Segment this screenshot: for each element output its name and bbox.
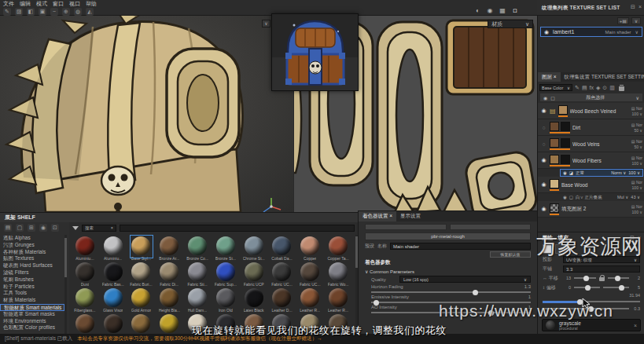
material-item[interactable]: Base Styl... — [127, 235, 156, 261]
material-item[interactable] — [71, 313, 99, 335]
clear-resource-icon[interactable]: × — [634, 323, 637, 328]
layer-effect-row[interactable]: ◉◪正常Norm ∨100 ∨ — [560, 169, 643, 177]
eye-icon[interactable]: ◉ — [563, 170, 567, 175]
shelf-category-12[interactable]: 环境 Environments — [0, 318, 64, 325]
material-item[interactable]: Fabric Sti... — [183, 261, 212, 287]
material-item[interactable]: Copper — [296, 235, 324, 261]
param-slider[interactable] — [371, 291, 531, 293]
translate-x-slider[interactable] — [574, 277, 596, 279]
viewport-3d[interactable] — [0, 16, 293, 212]
shader-name-field[interactable]: Main shader — [390, 243, 531, 250]
material-item[interactable]: Fabric UC... — [268, 261, 296, 287]
material-item[interactable]: Fabric Sup... — [212, 261, 240, 287]
layer-opacity[interactable]: 50 ∨ — [634, 145, 642, 149]
menu-item-0[interactable]: 文件 — [3, 0, 14, 7]
material-item[interactable]: Latex Black — [240, 287, 268, 313]
effect-opacity[interactable]: 100 ∨ — [628, 170, 640, 175]
shelf-category-10[interactable]: 智能材质 Smart materials — [0, 304, 64, 311]
tab-layers[interactable]: 图层 × — [538, 72, 561, 82]
material-item[interactable]: Gold Armor — [127, 287, 156, 313]
eraser-tool-icon[interactable]: ▨ — [15, 8, 23, 16]
offset-x-slider[interactable] — [574, 287, 600, 288]
reset-defaults-button[interactable]: 恢复默认值 — [490, 251, 531, 258]
menu-item-5[interactable]: 帮助 — [86, 0, 97, 7]
material-picker-icon[interactable]: ◍ — [74, 8, 82, 16]
material-item[interactable] — [155, 313, 183, 335]
layer-visibility-icon[interactable]: ◉ — [540, 206, 547, 212]
panel-close-icon[interactable]: × — [638, 4, 642, 10]
layer-opacity[interactable]: 50 ∨ — [634, 128, 642, 133]
tab-shader-settings[interactable]: 着色器设置 × — [359, 211, 396, 221]
layer-blend-mode[interactable]: ▤ Nor — [631, 204, 642, 209]
texture-set-add-button[interactable]: +▤ — [617, 17, 629, 24]
layer-visibility-icon[interactable]: ◉ — [540, 108, 547, 114]
eye-icon[interactable]: ◉ — [563, 195, 567, 199]
menu-item-2[interactable]: 模式 — [36, 0, 47, 7]
fill-layer-icon[interactable]: ▤ — [582, 84, 587, 91]
quality-dropdown[interactable]: Low (16 spp)∨ — [399, 276, 531, 283]
texture-set-menu-button[interactable]: ∨ — [631, 17, 641, 24]
anchor-icon[interactable]: ⊙ — [602, 84, 607, 91]
material-item[interactable]: Fabric UC... — [296, 261, 324, 287]
layer-blend-mode[interactable]: ▤ Nor — [631, 180, 642, 185]
material-item[interactable]: Fabric Di... — [155, 261, 183, 287]
effects-icon[interactable]: fx — [590, 84, 594, 91]
layer-row-填充图层-2[interactable]: ◉填充图层 2▤ Nor100 ∨ — [538, 201, 644, 218]
material-item[interactable]: Iron Old — [212, 287, 240, 313]
material-item[interactable]: Bronze St... — [212, 235, 240, 261]
shader-select-button[interactable]: pbr-metal-rough — [365, 232, 531, 240]
display-icon[interactable]: ▦ — [499, 7, 506, 15]
material-item[interactable]: Hull Dam... — [183, 287, 212, 313]
material-item[interactable]: Fiberglass... — [71, 287, 99, 313]
material-item[interactable]: Fabric UCP — [240, 261, 268, 287]
effect-blend-mode[interactable]: Mul ∨ — [617, 195, 628, 199]
eye-icon[interactable]: ◉ — [543, 95, 547, 101]
search-preset-dropdown[interactable]: 搜索 × — [82, 225, 116, 232]
material-item[interactable]: Chrome St... — [240, 235, 268, 261]
layer-blend-mode[interactable]: ▤ Nor — [631, 123, 642, 127]
lock-icon[interactable] — [599, 275, 605, 281]
folder-icon[interactable]: ▤ — [4, 224, 12, 232]
material-item[interactable]: Bronze Co... — [183, 235, 212, 261]
ref-panel-collapse-button[interactable]: ∨ — [262, 20, 270, 27]
layer-opacity[interactable]: 100 ∨ — [632, 185, 642, 190]
material-item[interactable]: Glass Visor — [99, 287, 127, 313]
tab-display-settings[interactable]: 显示设置 — [396, 211, 425, 221]
shelf-category-2[interactable]: 各种材质 Materials — [0, 249, 64, 256]
shader-slot-button-2[interactable] — [450, 224, 532, 230]
material-item[interactable] — [127, 313, 156, 335]
categories-scrollbar[interactable] — [64, 235, 67, 335]
material-item[interactable]: Aluminiu... — [71, 235, 99, 261]
shelf-category-11[interactable]: 智能遮罩 Smart masks — [0, 311, 64, 318]
new-shelf-icon[interactable]: ▢ — [16, 224, 24, 232]
polygon-fill-icon[interactable]: ▣ — [39, 8, 46, 16]
layer-blend-mode[interactable]: ▤ Nor — [631, 106, 642, 111]
layer-blend-mode[interactable]: ▤ Nor — [631, 139, 642, 144]
texture-set-row[interactable]: ◉ lambert1 Main shader ∨ — [540, 27, 642, 37]
material-item[interactable]: Cobalt Da... — [268, 235, 296, 261]
layer-visibility-icon[interactable]: ◉ — [540, 157, 547, 163]
menu-item-1[interactable]: 编辑 — [20, 0, 31, 7]
effect-opacity[interactable]: 43 ∨ — [631, 195, 640, 199]
smart-material-icon[interactable]: ◈ — [596, 84, 600, 91]
shelf-category-9[interactable]: 材质 Materials — [0, 297, 64, 304]
layer-visibility-icon[interactable]: ○ — [540, 125, 547, 130]
paint-tool-icon[interactable]: ✎ — [3, 8, 11, 16]
folder-add-icon[interactable]: ▥ — [609, 84, 615, 91]
layer-row-dirt[interactable]: ○Dirt▤ Nor50 ∨ — [538, 119, 644, 136]
material-item[interactable]: Bronze Ar... — [155, 235, 183, 261]
smudge-tool-icon[interactable]: ~ — [50, 8, 58, 16]
tiling-field[interactable]: 3.3 — [563, 265, 640, 273]
panel-collapse-icon[interactable]: ⊟ — [631, 4, 635, 10]
shelf-category-5[interactable]: 滤镜 Filters — [0, 269, 64, 276]
texture-set-shader[interactable]: Main shader — [605, 30, 631, 35]
layer-row-wood-fibers[interactable]: ◉Wood Fibers▤ Nor100 ∨ — [538, 152, 644, 169]
layer-visibility-icon[interactable]: ◉ — [540, 181, 547, 188]
material-item[interactable]: Leather D... — [268, 287, 296, 313]
pen-icon[interactable]: ✎ — [575, 84, 580, 91]
checkbox-icon[interactable]: ▢ — [550, 95, 555, 101]
view-mode-dropdown[interactable]: 材质 ∨ — [488, 20, 533, 28]
tab-texture-set-settings[interactable]: 纹理集设置 TEXTURE SET SETTINGS — [561, 72, 644, 82]
camera-icon[interactable]: ◘ — [511, 7, 519, 15]
shelf-category-3[interactable]: 贴图 Textures — [0, 255, 64, 262]
